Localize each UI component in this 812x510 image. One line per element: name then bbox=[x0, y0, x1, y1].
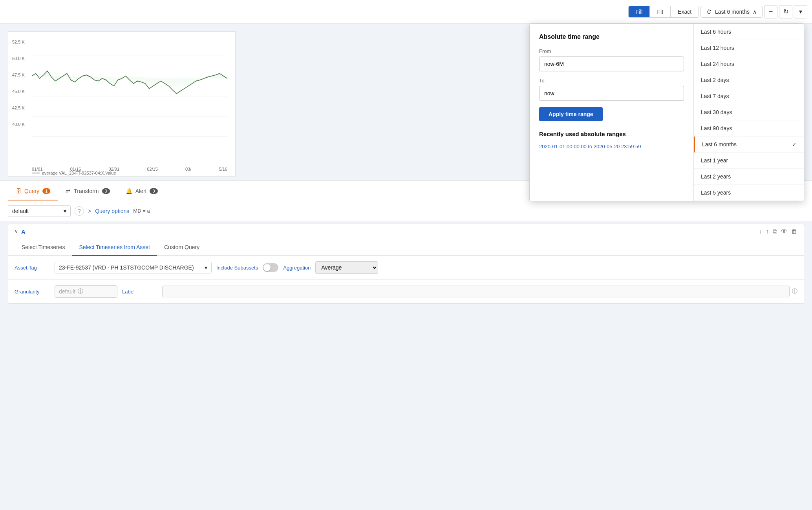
granularity-label: Granularity bbox=[15, 289, 50, 295]
move-down-icon[interactable]: ↓ bbox=[759, 228, 762, 235]
quick-range-last-30-days[interactable]: Last 30 days bbox=[694, 104, 804, 120]
tab-alert[interactable]: 🔔 Alert 0 bbox=[118, 182, 166, 200]
chart-area: 52.5 K 50.0 K 47.5 K 45.0 K 42.5 K 40.0 … bbox=[8, 31, 236, 177]
query-tab-label: Query bbox=[24, 188, 39, 194]
chevron-down-icon: ▾ bbox=[64, 208, 66, 214]
label-label: Label bbox=[122, 289, 157, 295]
y-label-6: 40.0 K bbox=[12, 122, 25, 127]
fill-button[interactable]: Fill bbox=[629, 6, 650, 17]
tab-query[interactable]: 🗄 Query 1 bbox=[8, 182, 58, 200]
quick-range-last-12-hours[interactable]: Last 12 hours bbox=[694, 40, 804, 56]
more-options-button[interactable]: ▾ bbox=[794, 5, 807, 18]
recent-range-item[interactable]: 2020-01-01 00:00:00 to 2020-05-20 23:59:… bbox=[539, 142, 684, 151]
aggregation-select[interactable]: Average Sum Min Max bbox=[315, 261, 378, 274]
section-label: A bbox=[21, 228, 26, 235]
y-label-4: 45.0 K bbox=[12, 89, 25, 94]
label-input[interactable] bbox=[162, 286, 790, 297]
include-subassets-toggle[interactable] bbox=[263, 263, 278, 272]
chevron-up-icon: ∧ bbox=[753, 9, 757, 15]
clock-icon: ⏱ bbox=[706, 9, 712, 15]
quick-range-last-90-days[interactable]: Last 90 days bbox=[694, 120, 804, 137]
query-options-link[interactable]: Query options bbox=[95, 208, 129, 214]
x-label-5: 03/ bbox=[185, 167, 191, 171]
transform-tab-icon: ⇄ bbox=[66, 188, 71, 194]
to-input[interactable] bbox=[539, 86, 684, 101]
fit-button[interactable]: Fit bbox=[650, 6, 671, 17]
query-section-header: ∨ A ↓ ↑ ⧉ 👁 🗑 bbox=[8, 224, 804, 239]
aggregation-label: Aggregation bbox=[283, 265, 311, 271]
asset-tag-row: Asset Tag 23-FE-92537 (VRD - PH 1STSTGCO… bbox=[8, 256, 804, 280]
quick-range-last-5-years[interactable]: Last 5 years bbox=[694, 185, 804, 201]
legend-line bbox=[32, 173, 40, 173]
granularity-row: Granularity default ⓘ Label ⓘ bbox=[8, 280, 804, 303]
collapse-button[interactable]: ∨ bbox=[15, 229, 18, 234]
time-range-button[interactable]: ⏱ Last 6 months ∧ bbox=[700, 6, 763, 18]
y-label-3: 47.5 K bbox=[12, 73, 25, 77]
tab-transform[interactable]: ⇄ Transform 0 bbox=[58, 182, 117, 200]
query-options-bar: default ▾ ? > Query options MD = a bbox=[0, 201, 812, 221]
time-range-right-panel: Last 6 hours Last 12 hours Last 24 hours… bbox=[694, 24, 804, 201]
toggle-knob bbox=[263, 264, 271, 271]
from-label: From bbox=[539, 48, 684, 54]
help-icon-button[interactable]: ? bbox=[75, 206, 84, 216]
default-select[interactable]: default ▾ bbox=[8, 205, 71, 217]
chart-y-labels: 52.5 K 50.0 K 47.5 K 45.0 K 42.5 K 40.0 … bbox=[12, 40, 25, 127]
transform-tab-badge: 0 bbox=[102, 188, 110, 194]
exact-button[interactable]: Exact bbox=[671, 6, 699, 17]
quick-range-last-2-years[interactable]: Last 2 years bbox=[694, 169, 804, 185]
zoom-out-button[interactable]: − bbox=[764, 5, 777, 18]
quick-range-last-2-days[interactable]: Last 2 days bbox=[694, 72, 804, 88]
asset-chevron-icon: ▾ bbox=[205, 264, 207, 271]
checkmark-icon: ✓ bbox=[792, 141, 797, 148]
refresh-icon: ↻ bbox=[783, 8, 788, 15]
recently-used-title: Recently used absolute ranges bbox=[539, 131, 684, 137]
from-input[interactable] bbox=[539, 56, 684, 71]
inner-tabs: Select Timeseries Select Timeseries from… bbox=[8, 239, 804, 256]
query-tab-badge: 1 bbox=[42, 188, 50, 194]
y-label-2: 50.0 K bbox=[12, 56, 25, 61]
granularity-input[interactable]: default ⓘ bbox=[55, 285, 117, 298]
view-icon[interactable]: 👁 bbox=[781, 228, 787, 235]
fill-fit-exact-group: Fill Fit Exact bbox=[628, 6, 699, 18]
time-range-overlay: Absolute time range From To Apply time r… bbox=[529, 24, 804, 201]
x-label-6: 5/16 bbox=[219, 167, 227, 171]
y-label-1: 52.5 K bbox=[12, 40, 25, 44]
inner-tab-select-from-asset[interactable]: Select Timeseries from Asset bbox=[72, 239, 157, 256]
zoom-out-icon: − bbox=[769, 7, 773, 16]
quick-range-last-6-hours[interactable]: Last 6 hours bbox=[694, 24, 804, 40]
arrow-icon: > bbox=[88, 208, 91, 214]
absolute-time-range-title: Absolute time range bbox=[539, 33, 684, 40]
time-range-left-panel: Absolute time range From To Apply time r… bbox=[530, 24, 694, 201]
legend-label: average VAL_23-FT-92537-04:X.Value bbox=[42, 171, 116, 175]
y-label-5: 42.5 K bbox=[12, 106, 25, 110]
alert-tab-badge: 0 bbox=[150, 188, 157, 194]
quick-range-last-6-months[interactable]: Last 6 months ✓ bbox=[694, 137, 804, 153]
delete-icon[interactable]: 🗑 bbox=[791, 228, 797, 235]
label-info-icon[interactable]: ⓘ bbox=[792, 288, 797, 295]
chevron-down-icon: ▾ bbox=[799, 8, 802, 15]
inner-tab-select-timeseries[interactable]: Select Timeseries bbox=[15, 239, 72, 256]
quick-range-last-24-hours[interactable]: Last 24 hours bbox=[694, 56, 804, 72]
top-toolbar: Fill Fit Exact ⏱ Last 6 months ∧ − ↻ ▾ bbox=[0, 0, 812, 24]
query-section-a: ∨ A ↓ ↑ ⧉ 👁 🗑 Select Timeseries Select T… bbox=[8, 224, 804, 304]
granularity-info-icon[interactable]: ⓘ bbox=[78, 288, 83, 295]
asset-select[interactable]: 23-FE-92537 (VRD - PH 1STSTGCOMP DISCHAR… bbox=[55, 262, 212, 273]
to-field-group: To bbox=[539, 78, 684, 101]
from-field-group: From bbox=[539, 48, 684, 71]
apply-time-range-button[interactable]: Apply time range bbox=[539, 107, 603, 121]
md-label: MD = a bbox=[133, 208, 150, 214]
asset-value: 23-FE-92537 (VRD - PH 1STSTGCOMP DISCHAR… bbox=[59, 264, 194, 271]
asset-tag-label: Asset Tag bbox=[15, 265, 50, 271]
section-actions: ↓ ↑ ⧉ 👁 🗑 bbox=[759, 228, 797, 235]
query-tab-icon: 🗄 bbox=[16, 188, 21, 194]
quick-range-last-1-year[interactable]: Last 1 year bbox=[694, 153, 804, 169]
quick-range-last-7-days[interactable]: Last 7 days bbox=[694, 88, 804, 104]
move-up-icon[interactable]: ↑ bbox=[766, 228, 769, 235]
refresh-button[interactable]: ↻ bbox=[779, 5, 792, 18]
chart-svg bbox=[32, 36, 227, 157]
time-range-label: Last 6 months bbox=[715, 9, 750, 15]
default-label: default bbox=[12, 208, 29, 214]
granularity-placeholder: default bbox=[59, 288, 75, 295]
inner-tab-custom-query[interactable]: Custom Query bbox=[157, 239, 207, 256]
duplicate-icon[interactable]: ⧉ bbox=[773, 228, 777, 235]
